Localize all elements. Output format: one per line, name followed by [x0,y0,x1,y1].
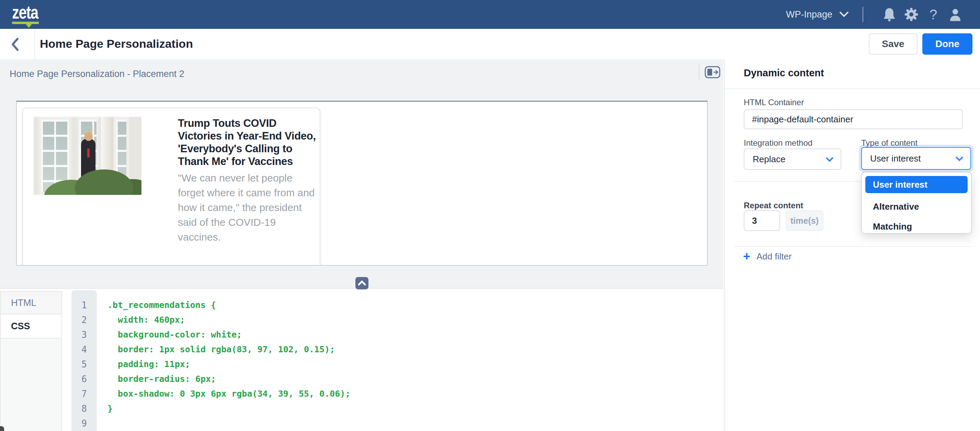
article-item: Trump Touts COVID Victories in Year-End … [33,117,320,244]
tab-column-filler [0,338,62,431]
integration-method-select[interactable]: Replace [744,148,841,170]
line-number: 4 [72,345,97,355]
line-number: 2 [72,315,97,325]
line-number: 1 [72,300,97,310]
zeta-logo-underline [12,22,39,24]
workspace-dropdown[interactable]: WP-Inpage [786,9,849,20]
repeat-content-label: Repeat content [744,201,803,210]
line-number: 3 [72,330,97,340]
line-number: 6 [72,374,97,384]
code-line: 6 border-radius: 6px; [72,372,716,386]
page-title: Home Page Personalization [40,37,193,51]
zeta-logo[interactable]: zeta [12,3,43,24]
chevron-down-icon [839,9,849,20]
repeat-count-input[interactable] [744,210,780,231]
expand-preview-icon[interactable] [705,66,721,78]
article-photo-trump[interactable] [33,117,142,195]
line-number: 5 [72,359,97,369]
save-button[interactable]: Save [869,34,918,55]
notifications-bell-icon[interactable] [878,7,900,22]
integration-method-value: Replace [752,154,785,164]
workspace-name: WP-Inpage [786,9,832,20]
toolbar-divider [699,64,700,80]
css-code-editor[interactable]: 1.bt_recommendations { 2 width: 460px; 3… [72,298,716,431]
done-button[interactable]: Done [922,34,972,55]
app-root: zeta WP-Inpage ? [0,0,980,431]
navbar-divider [862,7,863,22]
type-of-content-dropdown-menu: User interest Alternative Matching [861,172,972,234]
line-number: 8 [72,404,97,414]
dropdown-option-selected[interactable]: User interest [865,176,968,193]
settings-gear-icon[interactable] [900,7,922,22]
code-line: 2 width: 460px; [72,313,716,327]
back-button[interactable] [8,37,23,52]
tab-html[interactable]: HTML [0,291,62,314]
chevron-down-icon [955,153,964,164]
type-of-content-label: Type of content [861,138,918,148]
content-preview-frame: Trump Touts COVID Victories in Year-End … [16,101,708,266]
panel-divider [734,246,971,247]
code-line: 7 box-shadow: 0 3px 6px rgba(34, 39, 55,… [72,386,716,401]
panel-title: Dynamic content [744,67,824,79]
type-of-content-value: User interest [870,153,921,164]
header-divider [34,29,35,59]
html-container-input[interactable] [744,109,963,129]
zeta-logo-notch [26,24,32,28]
code-line: 9 [72,416,716,431]
tab-css[interactable]: CSS [0,314,62,338]
code-line: 1.bt_recommendations { [72,298,716,313]
chevron-up-icon [358,280,366,287]
plus-icon: + [743,250,750,263]
html-container-label: HTML Container [744,97,804,107]
code-line: 8} [72,401,716,416]
article-text-block: Trump Touts COVID Victories in Year-End … [178,117,320,244]
chevron-down-icon [826,154,834,164]
code-line: 4 border: 1px solid rgba(83, 97, 102, 0.… [72,342,716,357]
recommendations-widget-card: Trump Touts COVID Victories in Year-End … [22,108,320,266]
top-navbar: zeta WP-Inpage ? [0,0,980,29]
main-content: Home Page Personalization - Placement 2 [0,59,723,288]
navbar-right-group: WP-Inpage ? [786,0,966,29]
user-avatar-icon[interactable] [944,7,966,22]
article-headline[interactable]: Trump Touts COVID Victories in Year-End … [178,117,320,168]
add-filter-button[interactable]: + Add filter [743,250,792,263]
article-summary: "We can never let people forget where it… [178,171,320,244]
dropdown-option[interactable]: Alternative [862,196,971,217]
code-editor-section: HTML CSS 1.bt_recommendations { 2 width:… [0,288,723,431]
code-line: 3 background-color: white; [72,327,716,342]
page-header: Home Page Personalization Save Done [0,29,980,59]
help-question-icon[interactable]: ? [922,7,944,22]
zeta-logo-text: zeta [12,3,36,21]
integration-method-label: Integration method [744,138,813,148]
panel-divider [724,88,980,89]
dropdown-option[interactable]: Matching [862,217,971,234]
line-number: 9 [72,418,97,429]
collapse-editor-button[interactable] [355,277,368,289]
type-of-content-select[interactable]: User interest [861,147,971,170]
add-filter-label: Add filter [756,251,792,262]
breadcrumb: Home Page Personalization - Placement 2 [10,69,185,80]
code-line: 5 padding: 11px; [72,357,716,372]
dynamic-content-panel: Dynamic content HTML Container Integrati… [724,59,980,431]
browser-status-nub [0,426,4,431]
line-number: 7 [72,389,97,399]
repeat-unit-chip: time(s) [786,210,823,231]
